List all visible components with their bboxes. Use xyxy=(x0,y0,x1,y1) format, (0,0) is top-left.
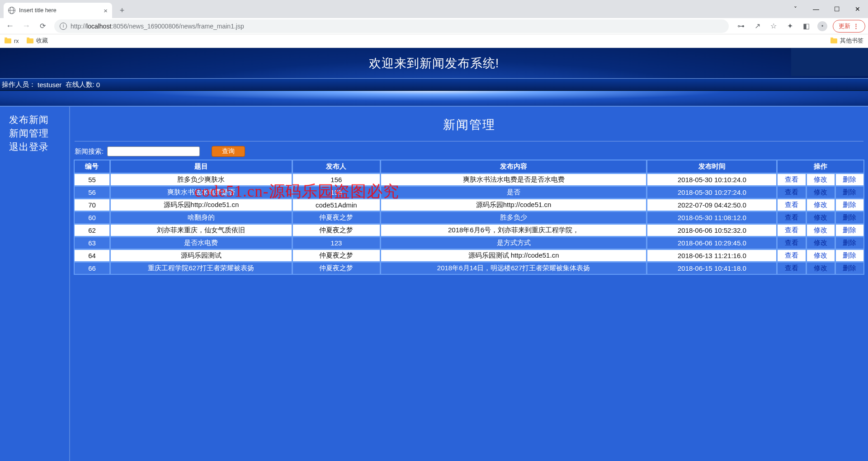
table-row: 66重庆工程学院627打王者荣耀被表扬仲夏夜之梦2018年6月14日，明远楼62… xyxy=(74,262,864,274)
search-button[interactable]: 查询 xyxy=(212,146,245,157)
extensions-icon[interactable]: ✦ xyxy=(782,19,797,33)
cell-action: 修改 xyxy=(807,174,835,186)
delete-link[interactable]: 删除 xyxy=(842,239,857,246)
table-row: 62刘亦菲来重庆，仙女气质依旧仲夏夜之梦2018年6月6号，刘亦菲来到重庆工程学… xyxy=(74,224,864,236)
profile-avatar[interactable]: • xyxy=(815,19,830,33)
col-time: 发布时间 xyxy=(647,160,777,173)
sidebar-item-logout[interactable]: 退出登录 xyxy=(9,140,69,154)
cell-id: 70 xyxy=(74,199,110,211)
search-row: 新闻搜索: 查询 xyxy=(70,146,868,160)
browser-update-button[interactable]: 更新 ⋮ xyxy=(833,20,865,33)
online-value: 0 xyxy=(96,81,100,89)
cell-time: 2018-05-30 10:10:24.0 xyxy=(647,174,777,186)
col-title: 题目 xyxy=(110,160,292,173)
edit-link[interactable]: 修改 xyxy=(813,264,828,272)
edit-link[interactable]: 修改 xyxy=(813,251,828,259)
password-key-icon[interactable]: ⊶ xyxy=(733,19,749,33)
cell-action: 删除 xyxy=(835,237,864,249)
delete-link[interactable]: 删除 xyxy=(842,188,857,196)
view-link[interactable]: 查看 xyxy=(784,251,799,259)
cell-action: 修改 xyxy=(807,224,835,236)
table-row: 63是否水电费123是方式方式2018-06-06 10:29:45.0查看修改… xyxy=(74,237,864,249)
sidebar-item-manage[interactable]: 新闻管理 xyxy=(9,127,69,140)
bookmark-folder-rx[interactable]: rx xyxy=(5,38,19,44)
url-text: http://localhost:8056/news_169000806/new… xyxy=(71,23,244,30)
cell-author: code51Admin xyxy=(292,199,380,211)
cell-time: 2022-07-09 04:42:50.0 xyxy=(647,199,777,211)
delete-link[interactable]: 删除 xyxy=(842,175,857,183)
view-link[interactable]: 查看 xyxy=(784,201,799,208)
close-window-icon[interactable]: ✕ xyxy=(847,0,868,18)
view-link[interactable]: 查看 xyxy=(784,239,799,246)
delete-link[interactable]: 删除 xyxy=(842,264,857,272)
col-author: 发布人 xyxy=(292,160,380,173)
new-tab-button[interactable]: + xyxy=(116,4,128,17)
bookmark-star-icon[interactable]: ☆ xyxy=(766,19,781,33)
cell-title: 源码乐园测试 xyxy=(110,249,292,262)
edit-link[interactable]: 修改 xyxy=(813,175,828,183)
operator-status-bar: 操作人员： testuser 在线人数:0 xyxy=(0,78,868,91)
chevron-down-icon[interactable]: ˅ xyxy=(785,0,806,18)
minimize-icon[interactable]: ― xyxy=(806,0,826,18)
address-bar[interactable]: i http://localhost:8056/news_169000806/n… xyxy=(54,19,729,33)
sidebar-item-publish[interactable]: 发布新闻 xyxy=(9,113,69,127)
cell-action: 删除 xyxy=(835,249,864,262)
close-icon[interactable]: × xyxy=(104,7,108,14)
cell-content: 是方式方式 xyxy=(381,237,647,249)
share-icon[interactable]: ↗ xyxy=(750,19,765,33)
cell-action: 修改 xyxy=(807,199,835,211)
cell-action: 删除 xyxy=(835,262,864,274)
edit-link[interactable]: 修改 xyxy=(813,213,828,221)
col-content: 发布内容 xyxy=(381,160,647,173)
maximize-icon[interactable]: ☐ xyxy=(826,0,847,18)
reload-button[interactable]: ⟳ xyxy=(35,19,50,33)
view-link[interactable]: 查看 xyxy=(784,226,799,234)
window-controls: ˅ ― ☐ ✕ xyxy=(785,0,868,18)
folder-icon xyxy=(27,38,33,43)
sidebar: 发布新闻 新闻管理 退出登录 xyxy=(0,107,70,461)
cell-author: 156 xyxy=(292,174,380,186)
bookmark-folder-other[interactable]: 其他书签 xyxy=(830,37,863,45)
col-id: 编号 xyxy=(74,160,110,173)
table-row: 55胜多负少爽肤水156爽肤水书法水电费是否是否水电费2018-05-30 10… xyxy=(74,174,864,186)
banner-right-block xyxy=(791,48,868,76)
cell-action: 查看 xyxy=(777,212,806,224)
cell-author: 156 xyxy=(292,186,380,198)
browser-tabbar: Insert title here × + ˅ ― ☐ ✕ xyxy=(0,0,868,18)
edit-link[interactable]: 修改 xyxy=(813,201,828,208)
bookmark-folder-fav[interactable]: 收藏 xyxy=(27,37,48,45)
cell-title: 源码乐园http://code51.cn xyxy=(110,199,292,211)
browser-toolbar: ← → ⟳ i http://localhost:8056/news_16900… xyxy=(0,18,868,34)
side-panel-icon[interactable]: ◧ xyxy=(798,19,814,33)
cell-id: 55 xyxy=(74,174,110,186)
view-link[interactable]: 查看 xyxy=(784,264,799,272)
cell-id: 60 xyxy=(74,212,110,224)
main-panel: 新闻管理 新闻搜索: 查询 编号 题目 发布人 发布内容 发布时间 xyxy=(70,107,868,461)
cell-content: 2018年6月14日，明远楼627打王者荣耀被集体表扬 xyxy=(381,262,647,274)
cell-action: 查看 xyxy=(777,237,806,249)
browser-tab[interactable]: Insert title here × xyxy=(4,3,112,18)
cell-action: 修改 xyxy=(807,237,835,249)
cell-title: 胜多负少爽肤水 xyxy=(110,174,292,186)
cell-action: 修改 xyxy=(807,249,835,262)
edit-link[interactable]: 修改 xyxy=(813,188,828,196)
cell-time: 2018-05-30 11:08:12.0 xyxy=(647,212,777,224)
cell-time: 2018-06-06 10:29:45.0 xyxy=(647,237,777,249)
delete-link[interactable]: 删除 xyxy=(842,213,857,221)
view-link[interactable]: 查看 xyxy=(784,188,799,196)
site-info-icon[interactable]: i xyxy=(60,23,67,30)
view-link[interactable]: 查看 xyxy=(784,213,799,221)
banner-glow xyxy=(0,91,868,107)
search-input[interactable] xyxy=(107,146,200,156)
cell-id: 64 xyxy=(74,249,110,262)
back-button[interactable]: ← xyxy=(3,19,17,33)
delete-link[interactable]: 删除 xyxy=(842,226,857,234)
edit-link[interactable]: 修改 xyxy=(813,226,828,234)
delete-link[interactable]: 删除 xyxy=(842,251,857,259)
cell-content: 2018年6月6号，刘亦菲来到重庆工程学院， xyxy=(381,224,647,236)
table-row: 70源码乐园http://code51.cncode51Admin源码乐园htt… xyxy=(74,199,864,211)
delete-link[interactable]: 删除 xyxy=(842,201,857,208)
tab-title: Insert title here xyxy=(19,7,100,14)
edit-link[interactable]: 修改 xyxy=(813,239,828,246)
view-link[interactable]: 查看 xyxy=(784,175,799,183)
